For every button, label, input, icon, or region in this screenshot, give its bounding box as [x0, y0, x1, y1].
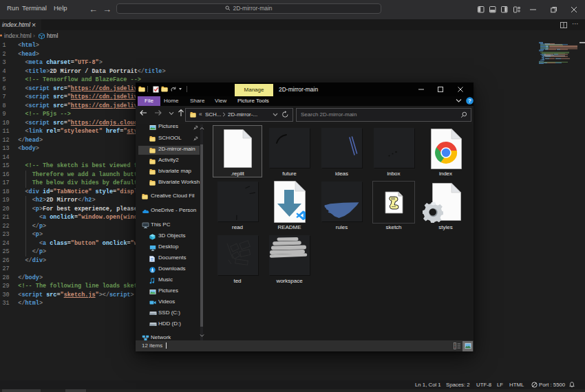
svg-text:?: ? [468, 98, 471, 104]
